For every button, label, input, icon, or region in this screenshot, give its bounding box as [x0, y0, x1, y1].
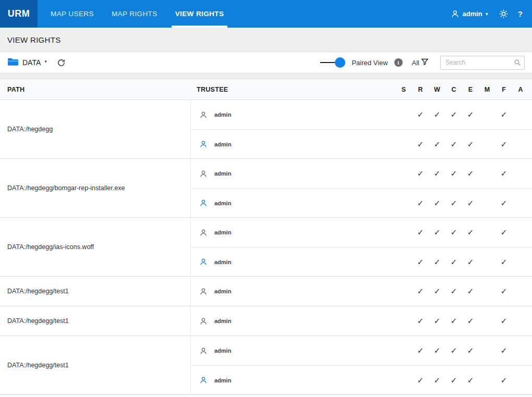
rights-table: PATH TRUSTEE SRWCEMFA DATA:/hegdegg admi… — [0, 79, 532, 395]
path-group: DATA:/hegdegg/test1 admin ✓✓✓✓✓ admin — [0, 336, 532, 394]
perm-c-checked: ✓ — [445, 110, 462, 119]
search-box — [440, 56, 525, 70]
path-group: DATA:/hegdegg/ias-icons.woff admin ✓✓✓✓✓ — [0, 217, 532, 276]
trustee-name: admin — [214, 318, 231, 324]
perm-e-checked: ✓ — [462, 316, 479, 326]
path-group: DATA:/hegdegg/test1 admin ✓✓✓✓✓ — [0, 276, 532, 306]
table-body: DATA:/hegdegg admin ✓✓✓✓✓ admin — [0, 100, 532, 394]
user-icon — [199, 140, 208, 148]
trustee-rows: admin ✓✓✓✓✓ — [190, 277, 532, 306]
trustee-row: admin ✓✓✓✓✓ — [191, 159, 532, 188]
trustee-name: admin — [214, 170, 231, 177]
trustee-row: admin ✓✓✓✓✓ — [191, 277, 532, 306]
trustee-name: admin — [214, 259, 231, 265]
paired-view-toggle[interactable] — [320, 57, 345, 68]
perm-r-checked: ✓ — [412, 198, 429, 208]
perm-header-e: E — [462, 86, 479, 93]
trustee-name: admin — [214, 288, 231, 294]
perm-r-checked: ✓ — [412, 376, 429, 385]
navbar-right: admin ▾ ? — [451, 9, 532, 19]
trustee-cell: admin — [191, 198, 395, 207]
perm-c-checked: ✓ — [445, 140, 462, 149]
perm-f-checked: ✓ — [495, 140, 512, 149]
permission-column-headers: SRWCEMFA — [395, 86, 532, 93]
perm-header-f: F — [495, 86, 512, 93]
app-logo: URM — [0, 0, 38, 28]
path-cell: DATA:/hegdegg/test1 — [0, 336, 190, 394]
path-cell: DATA:/hegdegg/test1 — [0, 277, 190, 306]
nav-item-view-rights[interactable]: VIEW RIGHTS — [166, 0, 233, 28]
trustee-row: admin ✓✓✓✓✓ — [191, 365, 532, 394]
perm-header-c: C — [445, 86, 462, 93]
settings-gear-icon[interactable] — [499, 9, 509, 19]
perm-c-checked: ✓ — [445, 228, 462, 237]
perm-e-checked: ✓ — [462, 257, 479, 267]
toggle-knob — [335, 57, 345, 68]
target-label: DATA — [22, 58, 41, 67]
perm-w-checked: ✓ — [429, 198, 445, 208]
perm-f-checked: ✓ — [495, 198, 512, 208]
trustee-cell: admin — [191, 317, 395, 326]
perm-f-checked: ✓ — [495, 228, 512, 237]
path-cell: DATA:/hegdegg/ias-icons.woff — [0, 218, 190, 276]
page-title-bar: VIEW RIGHTS — [0, 28, 532, 52]
permission-cells: ✓✓✓✓✓ — [395, 159, 532, 188]
trustee-rows: admin ✓✓✓✓✓ admin ✓✓✓✓✓ — [190, 100, 532, 158]
user-icon — [199, 228, 208, 237]
filter-control[interactable]: All — [412, 58, 429, 68]
content-area: DATA ▾ Paired View i All — [0, 52, 532, 395]
path-group: DATA:/hegdegg/bomgar-rep-installer.exe a… — [0, 158, 532, 217]
perm-r-checked: ✓ — [412, 228, 429, 237]
path-label: DATA:/hegdegg/bomgar-rep-installer.exe — [7, 184, 125, 192]
user-icon — [199, 169, 208, 178]
trustee-cell: admin — [191, 346, 395, 355]
trustee-name: admin — [214, 200, 231, 206]
trustee-name: admin — [214, 377, 231, 383]
nav-item-map-users[interactable]: MAP USERS — [42, 0, 103, 28]
perm-w-checked: ✓ — [429, 346, 445, 355]
perm-w-checked: ✓ — [429, 110, 445, 119]
nav-item-map-rights[interactable]: MAP RIGHTS — [103, 0, 166, 28]
perm-c-checked: ✓ — [445, 316, 462, 326]
path-cell: DATA:/hegdegg/bomgar-rep-installer.exe — [0, 159, 190, 217]
perm-c-checked: ✓ — [445, 287, 462, 296]
perm-f-checked: ✓ — [495, 110, 512, 119]
perm-e-checked: ✓ — [462, 140, 479, 149]
help-button[interactable]: ? — [518, 9, 523, 18]
perm-header-m: M — [479, 86, 495, 93]
user-icon — [199, 110, 208, 119]
path-cell: DATA:/hegdegg — [0, 100, 190, 158]
trustee-rows: admin ✓✓✓✓✓ admin ✓✓✓✓✓ — [190, 336, 532, 394]
perm-e-checked: ✓ — [462, 346, 479, 355]
perm-w-checked: ✓ — [429, 257, 445, 267]
chevron-down-icon: ▾ — [486, 11, 488, 17]
perm-f-checked: ✓ — [495, 316, 512, 326]
info-icon[interactable]: i — [394, 58, 403, 67]
trustee-rows: admin ✓✓✓✓✓ — [190, 306, 532, 336]
perm-c-checked: ✓ — [445, 346, 462, 355]
folder-icon — [7, 57, 19, 68]
perm-r-checked: ✓ — [412, 140, 429, 149]
perm-e-checked: ✓ — [462, 110, 479, 119]
perm-header-r: R — [412, 86, 429, 93]
trustee-name: admin — [214, 141, 231, 147]
path-group: DATA:/hegdegg admin ✓✓✓✓✓ admin — [0, 100, 532, 158]
path-label: DATA:/hegdegg/ias-icons.woff — [7, 243, 94, 251]
path-label: DATA:/hegdegg — [7, 126, 53, 133]
user-icon — [199, 346, 208, 355]
user-icon — [199, 317, 208, 326]
user-menu[interactable]: admin ▾ — [451, 9, 488, 18]
perm-c-checked: ✓ — [445, 257, 462, 267]
refresh-button[interactable] — [57, 58, 66, 67]
trustee-cell: admin — [191, 169, 395, 178]
perm-r-checked: ✓ — [412, 287, 429, 296]
permission-cells: ✓✓✓✓✓ — [395, 366, 532, 394]
perm-f-checked: ✓ — [495, 169, 512, 178]
trustee-cell: admin — [191, 287, 395, 296]
perm-r-checked: ✓ — [412, 316, 429, 326]
target-selector[interactable]: DATA ▾ — [7, 57, 47, 68]
trustee-row: admin ✓✓✓✓✓ — [191, 336, 532, 365]
search-icon — [514, 59, 521, 68]
search-input[interactable] — [440, 56, 525, 70]
perm-r-checked: ✓ — [412, 110, 429, 119]
